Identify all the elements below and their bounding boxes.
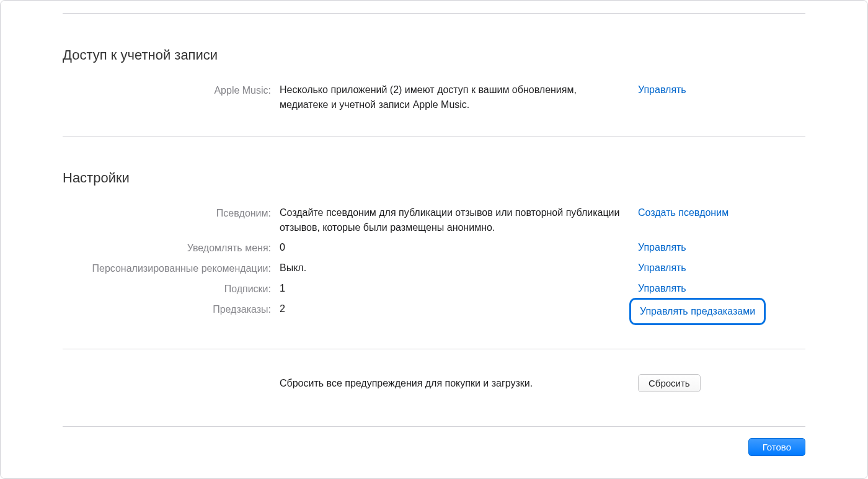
subscriptions-row: Подписки: 1 Управлять — [63, 281, 805, 297]
account-access-title: Доступ к учетной записи — [63, 45, 805, 65]
notify-manage-link[interactable]: Управлять — [638, 242, 686, 253]
apple-music-row: Apple Music: Несколько приложений (2) им… — [63, 83, 805, 112]
recommendations-manage-link[interactable]: Управлять — [638, 262, 686, 274]
preorders-label: Предзаказы: — [63, 302, 280, 317]
done-button[interactable]: Готово — [748, 438, 805, 456]
apple-music-label: Apple Music: — [63, 83, 280, 98]
subscriptions-manage-link[interactable]: Управлять — [638, 283, 686, 294]
recommendations-value: Выкл. — [280, 261, 638, 275]
settings-title: Настройки — [63, 168, 805, 188]
footer: Готово — [63, 427, 805, 456]
reset-warnings-text: Сбросить все предупреждения для покупки … — [280, 376, 638, 391]
create-nickname-link[interactable]: Создать псевдоним — [638, 207, 728, 218]
apple-music-value: Несколько приложений (2) имеют доступ к … — [280, 83, 638, 112]
apple-music-manage-link[interactable]: Управлять — [638, 84, 686, 96]
recommendations-row: Персонализированные рекомендации: Выкл. … — [63, 261, 805, 276]
notify-row: Уведомлять меня: 0 Управлять — [63, 240, 805, 256]
reset-warnings-row: Сбросить все предупреждения для покупки … — [63, 349, 805, 426]
subscriptions-value: 1 — [280, 281, 638, 296]
notify-label: Уведомлять меня: — [63, 240, 280, 256]
subscriptions-label: Подписки: — [63, 281, 280, 297]
preorders-row: Предзаказы: 2 Управлять предзаказами — [63, 302, 805, 325]
preorders-highlight: Управлять предзаказами — [629, 298, 766, 325]
settings-section: Настройки Псевдоним: Создайте псевдоним … — [63, 168, 805, 349]
recommendations-label: Персонализированные рекомендации: — [63, 261, 280, 276]
preorders-manage-link[interactable]: Управлять предзаказами — [640, 306, 755, 317]
notify-value: 0 — [280, 240, 638, 255]
reset-button[interactable]: Сбросить — [638, 374, 701, 392]
divider-top — [63, 13, 805, 14]
nickname-value: Создайте псевдоним для публикации отзыво… — [280, 205, 638, 235]
account-access-section: Доступ к учетной записи Apple Music: Нес… — [63, 45, 805, 136]
divider-1 — [63, 136, 805, 137]
account-settings-window: Доступ к учетной записи Apple Music: Нес… — [0, 0, 868, 479]
nickname-label: Псевдоним: — [63, 205, 280, 221]
preorders-value: 2 — [280, 302, 638, 316]
nickname-row: Псевдоним: Создайте псевдоним для публик… — [63, 205, 805, 235]
